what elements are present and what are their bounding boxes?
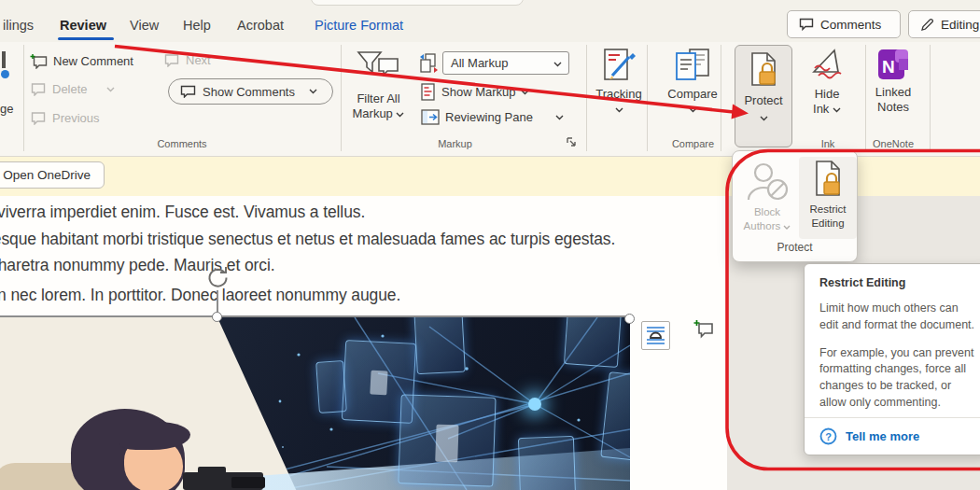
image-selection-handle-top-middle[interactable] [212, 312, 222, 322]
chevron-down-icon [689, 107, 697, 113]
reviewing-pane-button[interactable]: Reviewing Pane [421, 109, 564, 125]
tab-acrobat[interactable]: Acrobat [237, 18, 284, 33]
show-comments-label: Show Comments [203, 85, 295, 99]
svg-text:N: N [882, 57, 895, 77]
protect-label: Protect [744, 93, 782, 107]
group-divider [586, 45, 587, 151]
delete-comment-icon [30, 82, 47, 96]
chevron-down-icon [833, 107, 841, 113]
hide-ink-button[interactable]: Hide Ink [801, 48, 853, 117]
new-comment-button[interactable]: New Comment [30, 53, 133, 69]
group-divider [721, 45, 721, 151]
protect-document-lock-icon [747, 51, 780, 91]
language-icon-partial [2, 51, 6, 68]
display-for-review-value: All Markup [451, 56, 508, 70]
previous-comment-icon [30, 111, 47, 125]
network-node [528, 398, 541, 411]
tab-mailings-partial[interactable]: ilings [3, 18, 34, 33]
dialog-launcher-icon[interactable] [566, 136, 578, 148]
protect-dropdown-panel: Block Authors Restrict Editing Protect [732, 150, 858, 262]
hide-ink-label-2: Ink [813, 102, 841, 117]
comments-button-label: Comments [820, 18, 881, 32]
next-comment-button[interactable]: Next [163, 53, 211, 67]
chevron-down-icon [553, 62, 562, 67]
ribbon: ge New Comment Next Delete Show Comments… [0, 42, 980, 157]
network-screen [282, 446, 284, 448]
document-text-line[interactable]: tesque habitant morbi tristique senectus… [0, 230, 615, 249]
tracking-label: Tracking [595, 87, 641, 102]
title-search-box-partial[interactable] [311, 0, 524, 6]
network-screen [413, 317, 466, 374]
delete-comment-label: Delete [52, 82, 88, 96]
show-comments-button[interactable]: Show Comments [168, 78, 333, 105]
camera-lens [231, 477, 265, 488]
document-text-line[interactable]: viverra imperdiet enim. Fusce est. Vivam… [0, 203, 365, 222]
markup-group-label: Markup [425, 138, 485, 149]
group-divider [647, 45, 648, 151]
filter-all-markup-label-1: Filter All [357, 91, 399, 106]
image-selection-border [0, 315, 631, 317]
protect-dropdown-group-label: Protect [733, 241, 857, 254]
display-for-review-icon [419, 53, 440, 74]
network-screen [564, 317, 622, 368]
tab-help[interactable]: Help [183, 18, 211, 33]
linked-notes-label-1: Linked [875, 85, 911, 100]
compare-button[interactable]: Compare [664, 48, 721, 113]
tooltip-title: Restrict Editing [819, 276, 976, 289]
filter-all-markup-button[interactable]: Filter All Markup [343, 49, 413, 121]
editing-button-label: Editing [941, 18, 979, 32]
language-label-partial[interactable]: ge [0, 102, 13, 116]
group-divider [930, 45, 931, 151]
delete-comment-button[interactable]: Delete [30, 82, 115, 96]
linked-notes-label-2: Notes [877, 100, 909, 115]
layout-options-icon [645, 325, 666, 346]
block-authors-item[interactable]: Block Authors [738, 157, 796, 239]
comments-group-label: Comments [145, 138, 219, 149]
compare-group-label: Compare [663, 138, 723, 149]
group-divider [341, 45, 342, 151]
block-authors-label-1: Block [754, 205, 780, 219]
restrict-editing-tooltip: Restrict Editing Limit how much others c… [804, 263, 980, 455]
screen-person-thumbnail [435, 425, 458, 463]
protect-button[interactable]: Protect [735, 45, 792, 147]
editing-button[interactable]: Editing [908, 10, 980, 38]
tab-view[interactable]: View [130, 18, 159, 33]
display-for-review-select[interactable]: All Markup [442, 51, 569, 75]
chevron-down-icon [309, 89, 317, 94]
filter-markup-icon [357, 49, 401, 87]
restrict-editing-label-1: Restrict [810, 203, 847, 217]
onenote-group-label: OneNote [861, 138, 926, 149]
restrict-editing-item[interactable]: Restrict Editing [799, 157, 857, 239]
comments-button[interactable]: Comments [787, 10, 901, 38]
chevron-down-icon [555, 115, 564, 120]
chevron-down-icon [615, 107, 623, 113]
block-authors-icon [743, 161, 791, 203]
document-text-line[interactable]: n nec lorem. In porttitor. Donec laoreet… [0, 286, 400, 305]
linked-notes-button[interactable]: N Linked Notes [866, 48, 920, 115]
previous-comment-button[interactable]: Previous [30, 111, 100, 125]
pencil-icon [920, 18, 934, 32]
new-comment-icon [30, 53, 48, 69]
document-image[interactable] [0, 317, 630, 490]
compare-label: Compare [667, 87, 717, 102]
show-markup-icon [421, 83, 436, 101]
tooltip-paragraph-2: For example, you can prevent formatting … [819, 345, 976, 412]
layout-options-button[interactable] [641, 321, 670, 350]
next-comment-icon [163, 53, 180, 67]
tell-me-more-link[interactable]: Tell me more [846, 429, 919, 443]
rotate-handle-icon[interactable] [205, 265, 231, 290]
group-divider [23, 45, 24, 151]
open-onedrive-button[interactable]: Open OneDrive [0, 161, 105, 189]
tracking-icon [601, 48, 637, 83]
image-selection-handle-top-right[interactable] [624, 314, 635, 324]
screen-person-thumbnail [370, 371, 387, 396]
show-markup-button[interactable]: Show Markup [421, 83, 529, 101]
tab-picture-format[interactable]: Picture Format [315, 18, 403, 33]
restrict-editing-label-2: Editing [811, 217, 844, 231]
chevron-down-icon [783, 225, 791, 230]
chevron-down-icon [396, 112, 404, 118]
tracking-button[interactable]: Tracking [591, 48, 647, 113]
document-text-line[interactable]: pharetra nonummy pede. Mauris et orci. [0, 256, 274, 275]
add-comment-floating-icon[interactable] [693, 319, 715, 339]
tab-review[interactable]: Review [60, 18, 106, 33]
